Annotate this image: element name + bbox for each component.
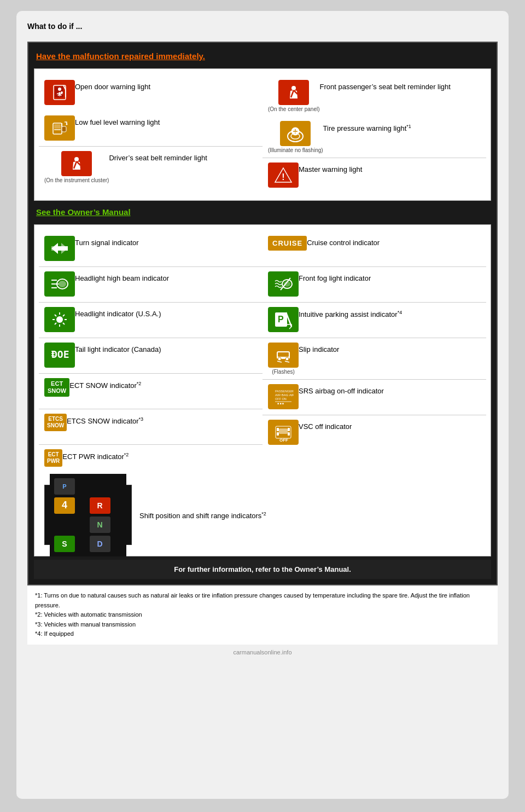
section2-box: Turn signal indicator (34, 224, 491, 556)
watermark: carmanualsonline.info (27, 645, 498, 660)
section1-right: (On the center panel) Front passenger’s … (262, 76, 486, 194)
driver-seatbelt-icon (61, 151, 92, 176)
svg-text:!: ! (282, 172, 284, 182)
ect-pwr-badge: ECTPWR (44, 449, 62, 467)
ect-snow-text: ECT SNOW indicator*2 (69, 378, 257, 391)
list-item: P Intuitive parking assist indicator*4 (262, 303, 486, 338)
svg-point-15 (74, 157, 79, 161)
list-item: (Flashes) Slip indicator (262, 338, 486, 380)
passenger-seatbelt-icon (278, 80, 309, 105)
vsc-off-svg: OFF (273, 422, 294, 443)
page: What to do if ... Have the malfunction r… (16, 11, 509, 799)
high-beam-text: Headlight high beam indicator (75, 271, 257, 283)
srs-airbag-icon-col: PASSENGER AIR BAG AIRBAG OFF ON ■ ■ ■ (268, 384, 299, 409)
svg-text:OFF   ON: OFF ON (275, 397, 287, 401)
ect-pwr-icon-col: ECTPWR (44, 449, 62, 467)
svg-rect-56 (278, 352, 289, 357)
tire-pressure-subtext: (Illuminate no flashing) (268, 147, 323, 153)
footnote-2: *2: Vehicles with automatic transmission (35, 610, 490, 620)
slip-text: Slip indicator (299, 343, 481, 355)
tail-light-svg: DOE (49, 345, 70, 366)
svg-text:OFF: OFF (279, 438, 288, 443)
cruise-icon-col: CRUISE (268, 236, 307, 251)
list-item: Low fuel level warning light (39, 111, 262, 147)
master-warning-icon: ! (268, 163, 299, 188)
cruise-badge: CRUISE (268, 236, 307, 251)
list-item: ! Master warning light (262, 158, 486, 194)
turn-signal-icon (44, 236, 75, 261)
svg-rect-12 (62, 126, 66, 132)
master-warning-icon-col: ! (268, 163, 299, 188)
svg-line-44 (55, 323, 56, 324)
ect-snow-icon-col: ECTSNOW (44, 378, 69, 397)
fuel-icon-col (44, 115, 75, 141)
list-item: CRUISE Cruise control indicator (262, 231, 486, 267)
shift-n: N (90, 517, 110, 533)
footnote-1: *1: Turns on due to natural causes such … (35, 591, 490, 610)
list-item: (On the instrument cluster) Driver’s sea… (39, 147, 262, 188)
turn-signal-text: Turn signal indicator (75, 236, 257, 248)
list-item: ETCSSNOW ETCS SNOW indicator*3 (39, 409, 262, 445)
driver-seatbelt-icon-col: (On the instrument cluster) (44, 151, 109, 183)
open-door-icon (44, 80, 75, 105)
footnotes-section: *1: Turns on due to natural causes such … (27, 585, 498, 645)
high-beam-icon-col (44, 271, 75, 297)
list-item: DOE Tail light indicator (Canada) (39, 338, 262, 374)
svg-point-36 (56, 316, 63, 323)
etcs-snow-badge: ETCSSNOW (44, 414, 67, 431)
list-item: OFF VSC off indicator (262, 415, 486, 451)
slip-subtext: (Flashes) (272, 369, 295, 375)
svg-point-58 (285, 357, 289, 361)
page-title: What to do if ... (27, 22, 498, 31)
tail-light-text: Tail light indicator (Canada) (75, 343, 257, 355)
svg-point-57 (278, 357, 281, 361)
svg-text:P: P (278, 315, 284, 324)
svg-rect-10 (54, 124, 61, 129)
ect-pwr-text: ECT PWR indicator*2 (62, 449, 257, 462)
passenger-seatbelt-svg (283, 82, 304, 103)
section2-grid: Turn signal indicator (39, 231, 486, 480)
svg-line-42 (63, 323, 65, 324)
shift-4: 4 (54, 497, 75, 514)
shift-indicator-box: P 4 R N S D (44, 485, 132, 545)
section2-header: See the Owner’s Manual (34, 204, 491, 220)
headlight-usa-text: Headlight indicator (U.S.A.) (75, 307, 257, 319)
svg-rect-68 (277, 428, 279, 431)
cruise-text: Cruise control indicator (307, 236, 481, 248)
svg-rect-69 (288, 428, 290, 431)
tail-light-icon-col: DOE (44, 343, 75, 368)
section1-header: Have the malfunction repaired immediatel… (34, 48, 491, 64)
vsc-off-icon: OFF (268, 420, 299, 445)
passenger-seatbelt-icon-col: (On the center panel) (268, 80, 320, 112)
list-item: Turn signal indicator (39, 231, 262, 267)
section2-right: CRUISE Cruise control indicator (262, 231, 486, 480)
list-item: ! (Illuminate no flashing) Tire pressure… (262, 117, 486, 158)
srs-airbag-text: SRS airbag on-off indicator (299, 384, 481, 396)
svg-text:DOE: DOE (51, 349, 69, 360)
open-door-text: Open door warning light (75, 80, 257, 92)
slip-icon (268, 343, 299, 368)
open-door-svg (49, 82, 70, 103)
slip-icon-col: (Flashes) (268, 343, 299, 375)
list-item: Open door warning light (39, 76, 262, 111)
high-beam-icon (44, 271, 75, 297)
fuel-svg (49, 118, 70, 138)
main-container: Have the malfunction repaired immediatel… (27, 42, 498, 585)
svg-line-59 (277, 361, 282, 362)
headlight-usa-icon-col (44, 307, 75, 332)
high-beam-svg (49, 274, 70, 294)
footnote-3: *3: Vehicles with manual transmission (35, 620, 490, 630)
passenger-seatbelt-text: Front passenger’s seat belt reminder lig… (320, 80, 481, 92)
parking-assist-icon: P (268, 307, 299, 332)
svg-line-60 (285, 361, 289, 362)
svg-rect-67 (279, 428, 288, 434)
list-item: Front fog light indicator (262, 267, 486, 303)
svg-line-43 (63, 315, 65, 316)
driver-seatbelt-text: Driver’s seat belt reminder light (109, 151, 257, 163)
shift-text: Shift position and shift range indicator… (139, 508, 481, 521)
svg-point-14 (66, 124, 68, 125)
svg-text:■ ■ ■: ■ ■ ■ (277, 402, 284, 405)
shift-s: S (54, 536, 75, 552)
headlight-usa-icon (44, 307, 75, 332)
svg-rect-70 (277, 432, 279, 436)
